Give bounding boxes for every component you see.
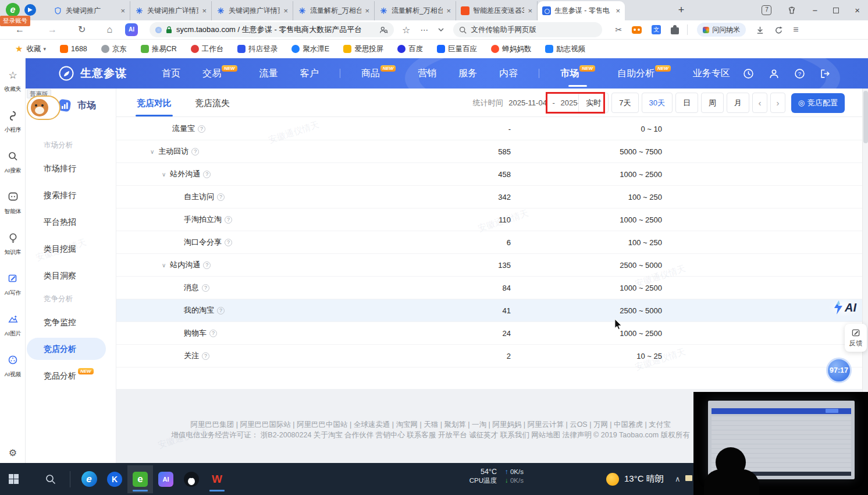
taskbar-edge-icon[interactable]: e: [76, 465, 102, 493]
browser-tab[interactable]: 关键词推广详情页×: [130, 1, 212, 20]
tab-close-icon[interactable]: ×: [202, 7, 207, 15]
quick-search-box[interactable]: 文件传输助手网页版: [453, 22, 602, 37]
period-button[interactable]: 实时: [578, 93, 609, 113]
table-row[interactable]: 流量宝?-0 ~ 10: [116, 118, 862, 140]
table-row[interactable]: 购物车?241000 ~ 2500: [116, 322, 862, 345]
history-clock-icon[interactable]: [743, 68, 754, 79]
home-icon[interactable]: ⌂: [106, 25, 112, 34]
table-row[interactable]: 关注?210 ~ 25: [116, 345, 862, 367]
bookmark-item[interactable]: 励志视频: [545, 44, 585, 54]
taskbar-qq-icon[interactable]: [179, 465, 204, 493]
header-nav-3[interactable]: 流量: [258, 58, 279, 89]
bookmark-item[interactable]: 推易CR: [141, 44, 177, 54]
cpu-temperature-readout[interactable]: 54°C CPU温度: [455, 468, 497, 485]
taskbar-browser-icon[interactable]: e: [127, 465, 153, 493]
game-center-icon[interactable]: [632, 26, 642, 34]
app-logo[interactable]: 生意参谋: [58, 65, 127, 82]
table-row[interactable]: 自主访问?342100 ~ 250: [116, 186, 862, 208]
tab-close-icon[interactable]: ×: [365, 7, 369, 15]
header-nav-1[interactable]: 首页: [161, 58, 182, 89]
tab-count-box[interactable]: 7: [762, 5, 771, 15]
table-row[interactable]: 消息?841000 ~ 2500: [116, 277, 862, 299]
sidebar-item-ai-video[interactable]: AI视频: [0, 355, 26, 379]
tab-close-icon[interactable]: ×: [283, 7, 288, 15]
undo-icon[interactable]: [774, 26, 783, 34]
browser-logo-icon[interactable]: e: [6, 3, 20, 17]
browser-tab[interactable]: 生意参谋 - 零售电×: [538, 1, 625, 20]
network-speed-readout[interactable]: ↑ 0K/s ↓ 0K/s: [505, 468, 524, 485]
sidebar-menu-item[interactable]: 类目洞察: [26, 262, 116, 289]
help-icon[interactable]: ?: [225, 239, 232, 246]
user-search-icon[interactable]: [379, 26, 388, 34]
dog-pendant-icon[interactable]: [27, 96, 61, 120]
sidebar-menu-item[interactable]: 竞品分析NEW: [26, 362, 116, 389]
browser-tab[interactable]: 关键词推广×: [49, 1, 130, 20]
more-actions-icon[interactable]: ⋯: [420, 25, 428, 34]
period-button[interactable]: 周: [701, 93, 724, 113]
sidebar-menu-item[interactable]: 类目挖掘: [26, 235, 116, 262]
sidebar-menu-item[interactable]: 搜索排行: [26, 182, 116, 208]
period-button[interactable]: 7天: [611, 93, 638, 113]
bookmark-item[interactable]: 京东: [101, 44, 127, 54]
dropdown-caret-icon[interactable]: [438, 28, 444, 31]
nami-assistant-button[interactable]: 问问纳米: [697, 23, 746, 37]
help-icon[interactable]: ?: [198, 125, 205, 133]
taskbar-ai-app-icon[interactable]: AI: [153, 465, 179, 493]
table-row[interactable]: 手淘拍立淘?1101000 ~ 2500: [116, 208, 862, 231]
header-nav-8[interactable]: 内容: [498, 58, 519, 89]
chevron-down-icon[interactable]: ∨: [162, 171, 166, 178]
date-start[interactable]: 2025-11-04: [508, 98, 547, 107]
next-period-button[interactable]: ›: [770, 93, 785, 113]
tab-close-icon[interactable]: ×: [120, 7, 125, 15]
help-icon[interactable]: ?: [191, 148, 199, 155]
help-icon[interactable]: ?: [209, 330, 217, 337]
forward-icon[interactable]: →: [48, 25, 57, 34]
menu-icon[interactable]: ≡: [793, 24, 798, 35]
help-icon[interactable]: ?: [203, 171, 211, 178]
minimize-button[interactable]: −: [812, 6, 817, 15]
logout-icon[interactable]: [820, 68, 831, 79]
favorites-star-icon[interactable]: ★: [15, 44, 23, 54]
sidebar-menu-item[interactable]: 竞店分析: [27, 338, 106, 360]
bookmark-item[interactable]: 工作台: [191, 44, 224, 54]
browser-tab[interactable]: 流量解析_万相台无×: [293, 1, 375, 20]
tab-shop-loss[interactable]: 竞店流失: [195, 89, 230, 117]
tray-folder-icon[interactable]: [685, 475, 692, 481]
extensions-puzzle-icon[interactable]: [671, 26, 679, 34]
table-row[interactable]: ∨站内沟通?1352500 ~ 5000: [116, 254, 862, 277]
help-icon[interactable]: ?: [203, 261, 211, 269]
help-icon[interactable]: ?: [202, 352, 209, 360]
browser-tab[interactable]: 流量解析_万相台无×: [375, 1, 456, 20]
help-icon[interactable]: ?: [217, 307, 225, 314]
header-nav-6[interactable]: 营销: [417, 58, 437, 89]
bookmark-star-icon[interactable]: ☆: [402, 24, 410, 36]
taskbar-k-app-icon[interactable]: K: [102, 465, 127, 493]
header-nav-10[interactable]: 自助分析NEW: [616, 58, 672, 89]
taskbar-search-button[interactable]: [37, 463, 64, 495]
help-icon[interactable]: ?: [225, 216, 232, 224]
header-nav-2[interactable]: 交易NEW: [201, 58, 239, 89]
download-icon[interactable]: [756, 26, 764, 34]
tab-close-icon[interactable]: ×: [446, 7, 451, 15]
bookmark-item[interactable]: 蝉妈妈数: [491, 44, 531, 54]
help-icon[interactable]: ?: [217, 193, 225, 201]
chevron-down-icon[interactable]: ∨: [150, 148, 154, 155]
period-button[interactable]: 月: [727, 93, 749, 113]
url-box[interactable]: sycm.taobao.com / 生意参谋 - 零售电商大数据产品平台: [150, 22, 394, 37]
bookmark-item[interactable]: 聚水潭E: [291, 44, 329, 54]
sidebar-item-ai-write[interactable]: AI写作: [0, 274, 26, 297]
table-row[interactable]: ∨站外沟通?4581000 ~ 2500: [116, 163, 862, 186]
sidebar-menu-item[interactable]: 竞争监控: [26, 309, 116, 335]
footer-links-line2[interactable]: 增值电信业务经营许可证： 浙B2-20080224 关于淘宝 合作伙伴 营销中心…: [116, 430, 745, 440]
header-nav-5[interactable]: 商品NEW: [360, 58, 397, 89]
browser-tab[interactable]: 关键词推广详情页×: [212, 1, 293, 20]
header-nav-7[interactable]: 服务: [457, 58, 478, 89]
scrollbar-thumb[interactable]: [863, 91, 868, 143]
tab-close-icon[interactable]: ×: [528, 7, 532, 15]
bookmark-item[interactable]: 巨量百应: [437, 44, 477, 54]
tab-close-icon[interactable]: ×: [616, 7, 620, 15]
header-nav-11[interactable]: 业务专区: [692, 58, 731, 89]
bookmark-item[interactable]: 1688: [60, 45, 87, 53]
sidebar-item-miniapp[interactable]: 小程序: [0, 111, 26, 134]
favorites-menu-label[interactable]: 收藏: [26, 44, 41, 54]
